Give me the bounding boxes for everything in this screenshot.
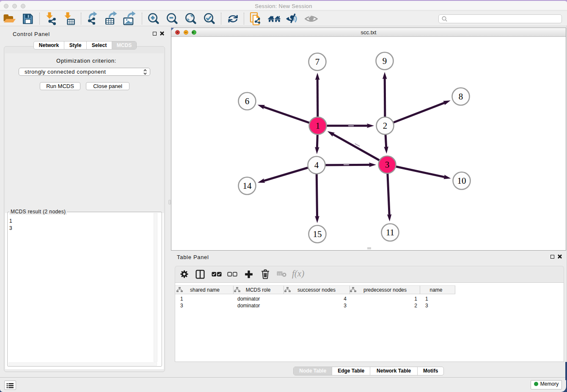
svg-text:10: 10: [457, 176, 466, 186]
svg-text:11: 11: [386, 227, 394, 237]
svg-text:14: 14: [243, 181, 252, 191]
svg-text:1: 1: [316, 121, 320, 131]
svg-text:6: 6: [245, 96, 250, 106]
svg-text:15: 15: [313, 229, 322, 239]
svg-text:7: 7: [315, 57, 320, 67]
svg-text:3: 3: [385, 160, 390, 170]
svg-text:2: 2: [383, 121, 388, 131]
svg-text:4: 4: [314, 160, 319, 170]
svg-text:8: 8: [459, 91, 463, 102]
svg-text:9: 9: [383, 56, 387, 66]
